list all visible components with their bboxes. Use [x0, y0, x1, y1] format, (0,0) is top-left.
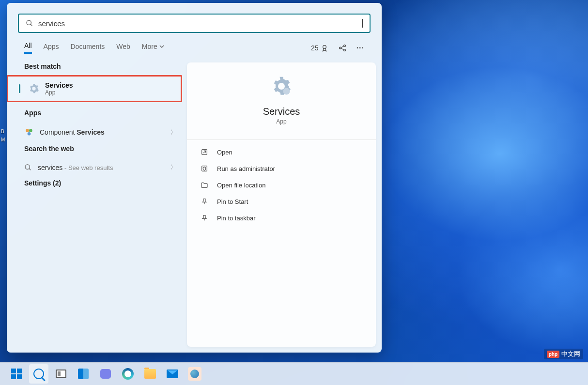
filter-tabs: All Apps Documents Web More 25 ···	[7, 37, 382, 56]
action-open-location[interactable]: Open file location	[201, 177, 362, 193]
result-label: Component Services	[40, 128, 105, 136]
rewards-count: 25	[311, 44, 319, 52]
svg-point-8	[26, 129, 29, 132]
settings-heading: Settings (2)	[24, 179, 182, 187]
mail-button[interactable]	[163, 364, 182, 384]
pin-icon	[201, 214, 208, 222]
results-list: Best match Services App Apps Component S…	[7, 62, 182, 347]
best-match-subtitle: App	[45, 89, 73, 96]
edge-button[interactable]	[118, 364, 138, 384]
chevron-right-icon: 〉	[170, 128, 182, 137]
share-icon[interactable]	[338, 44, 347, 52]
start-search-panel: All Apps Documents Web More 25 ··· Best …	[7, 3, 382, 353]
search-box[interactable]	[18, 14, 371, 33]
web-heading: Search the web	[24, 145, 182, 153]
tab-all[interactable]: All	[24, 42, 32, 54]
svg-point-9	[29, 129, 32, 132]
action-label: Open file location	[217, 182, 265, 189]
svg-line-12	[29, 169, 31, 170]
widgets-button[interactable]	[74, 364, 93, 384]
result-label: services - See web results	[38, 164, 113, 171]
action-pin-taskbar[interactable]: Pin to taskbar	[201, 210, 362, 226]
svg-point-11	[25, 165, 30, 169]
svg-line-7	[341, 48, 344, 49]
tab-web[interactable]: Web	[116, 43, 130, 53]
tab-apps[interactable]: Apps	[44, 43, 59, 53]
action-label: Pin to taskbar	[217, 215, 256, 222]
explorer-button[interactable]	[140, 364, 160, 384]
search-box-container	[7, 3, 382, 37]
task-view-button[interactable]	[51, 364, 71, 384]
more-options-icon[interactable]: ···	[356, 44, 364, 52]
svg-line-1	[31, 24, 32, 26]
svg-line-15	[203, 151, 206, 153]
taskbar-search-button[interactable]	[29, 364, 48, 384]
results-content: Best match Services App Apps Component S…	[7, 56, 382, 353]
pin-icon	[201, 198, 208, 205]
apps-heading: Apps	[24, 109, 182, 117]
desktop-icon-label: M	[1, 137, 5, 142]
taskbar	[0, 362, 588, 385]
preview-subtitle: App	[276, 118, 286, 125]
preview-title: Services	[263, 106, 300, 117]
tab-documents[interactable]: Documents	[70, 43, 105, 53]
action-pin-start[interactable]: Pin to Start	[201, 193, 362, 210]
action-label: Open	[217, 149, 232, 156]
search-icon	[24, 164, 32, 171]
php-logo: php	[547, 351, 559, 358]
best-match-text: Services App	[45, 81, 73, 96]
desktop-icon-label: B	[1, 129, 4, 134]
svg-point-13	[283, 88, 290, 95]
header-right: 25 ···	[311, 44, 364, 52]
svg-point-2	[323, 45, 326, 48]
rewards-badge[interactable]: 25	[311, 44, 328, 52]
best-match-heading: Best match	[24, 62, 182, 70]
chevron-right-icon: 〉	[170, 163, 182, 171]
start-button[interactable]	[7, 364, 26, 384]
tab-more-label: More	[142, 43, 157, 50]
search-input[interactable]	[38, 19, 362, 28]
action-run-admin[interactable]: Run as administrator	[201, 160, 362, 177]
medal-icon	[321, 44, 328, 52]
action-label: Run as administrator	[217, 165, 275, 172]
shield-icon	[201, 165, 208, 172]
best-match-title: Services	[45, 81, 73, 89]
action-open[interactable]: Open	[201, 144, 362, 160]
watermark-text: 中文网	[561, 350, 580, 358]
watermark: php 中文网	[544, 349, 583, 359]
chat-button[interactable]	[96, 364, 115, 384]
svg-line-6	[341, 46, 344, 47]
pinned-app-button[interactable]	[185, 364, 204, 384]
open-icon	[201, 148, 208, 156]
best-match-result[interactable]: Services App	[7, 75, 182, 102]
services-gear-icon-large	[271, 76, 292, 96]
result-component-services[interactable]: Component Services 〉	[24, 123, 182, 142]
chevron-down-icon	[159, 44, 164, 49]
folder-icon	[201, 181, 208, 189]
text-cursor	[362, 19, 363, 28]
preview-actions: Open Run as administrator Open file loca…	[187, 139, 376, 226]
tab-more[interactable]: More	[142, 43, 164, 53]
search-icon	[26, 19, 33, 27]
component-services-icon	[24, 127, 34, 137]
services-gear-icon	[29, 83, 39, 94]
action-label: Pin to Start	[217, 198, 248, 205]
svg-point-10	[28, 132, 31, 136]
preview-pane: Services App Open Run as administrator O…	[187, 62, 376, 347]
result-web-search[interactable]: services - See web results 〉	[24, 158, 182, 176]
svg-point-0	[27, 20, 31, 25]
